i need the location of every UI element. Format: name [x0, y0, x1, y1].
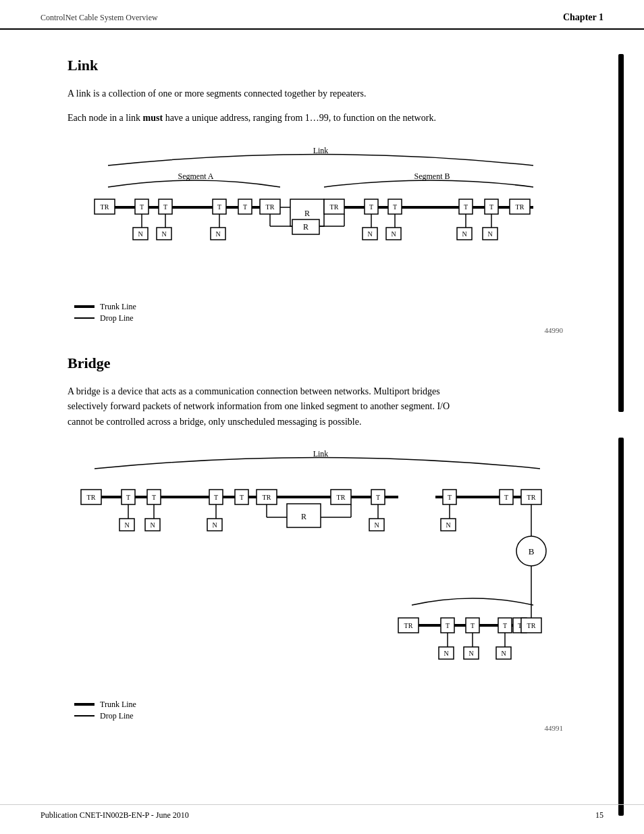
- svg-text:N: N: [367, 230, 372, 238]
- svg-text:T: T: [243, 203, 247, 211]
- svg-text:T: T: [376, 494, 380, 501]
- bridge-section: Bridge A bridge is a device that acts as…: [68, 355, 576, 732]
- svg-text:N: N: [446, 521, 450, 529]
- page-header: ControlNet Cable System Overview Chapter…: [0, 0, 644, 30]
- legend-drop: Drop Line: [74, 313, 576, 323]
- svg-text:T: T: [448, 494, 452, 501]
- svg-text:N: N: [444, 650, 448, 657]
- bridge-diagram-legend: Trunk Line Drop Line: [74, 700, 576, 721]
- bridge-fig-num: 44991: [68, 724, 576, 732]
- svg-text:N: N: [462, 230, 466, 238]
- right-margin-bar-2: [618, 438, 624, 816]
- trunk-line-icon: [74, 305, 95, 308]
- bridge-drop-line-label: Drop Line: [100, 711, 134, 721]
- link-fig-num: 44990: [68, 326, 576, 334]
- svg-text:R: R: [301, 512, 306, 521]
- svg-text:N: N: [138, 230, 142, 238]
- header-chapter: Chapter 1: [563, 12, 603, 23]
- svg-text:R: R: [304, 209, 310, 218]
- link-para2-before: Each node in a link: [68, 113, 143, 123]
- bridge-diagram: Link TR T N T: [68, 443, 576, 732]
- svg-text:N: N: [391, 230, 396, 238]
- svg-text:N: N: [124, 521, 129, 529]
- svg-text:T: T: [240, 494, 244, 501]
- svg-text:T: T: [471, 622, 475, 629]
- link-para2-bold: must: [143, 113, 163, 123]
- svg-text:T: T: [126, 494, 130, 501]
- svg-text:T: T: [393, 203, 397, 211]
- svg-text:TR: TR: [337, 494, 346, 501]
- svg-text:R: R: [303, 222, 308, 232]
- right-margin-bar-1: [618, 54, 624, 412]
- svg-text:T: T: [464, 203, 468, 211]
- svg-text:T: T: [503, 622, 507, 629]
- svg-text:TR: TR: [527, 494, 536, 501]
- svg-text:B: B: [529, 546, 535, 556]
- bridge-title: Bridge: [68, 355, 576, 372]
- svg-text:T: T: [504, 494, 508, 501]
- svg-text:TR: TR: [516, 203, 525, 211]
- svg-text:N: N: [501, 650, 506, 657]
- svg-text:TR: TR: [101, 203, 109, 211]
- link-para1: A link is a collection of one or more se…: [68, 86, 459, 101]
- link-diagram-legend: Trunk Line Drop Line: [74, 302, 576, 323]
- bridge-diagram-svg: Link TR T N T: [68, 443, 574, 693]
- bridge-legend-drop: Drop Line: [74, 711, 576, 721]
- link-section: Link A link is a collection of one or mo…: [68, 57, 576, 334]
- svg-text:T: T: [140, 203, 144, 211]
- footer-page-number: 15: [595, 810, 603, 820]
- bridge-drop-line-icon: [74, 715, 95, 716]
- link-diagram-svg: Link Segment A Segment B: [68, 140, 574, 295]
- drop-line-icon: [74, 317, 95, 319]
- svg-text:T: T: [163, 203, 167, 211]
- svg-text:T: T: [446, 622, 450, 629]
- svg-text:TR: TR: [263, 494, 271, 501]
- svg-text:TR: TR: [330, 203, 339, 211]
- page-footer: Publication CNET-IN002B-EN-P - June 2010…: [0, 804, 644, 820]
- header-section-title: ControlNet Cable System Overview: [41, 13, 158, 23]
- svg-text:TR: TR: [404, 622, 413, 629]
- svg-text:N: N: [468, 650, 473, 657]
- bridge-legend-trunk: Trunk Line: [74, 700, 576, 710]
- svg-text:Segment B: Segment B: [414, 172, 450, 181]
- legend-trunk: Trunk Line: [74, 302, 576, 312]
- svg-text:N: N: [374, 521, 379, 529]
- svg-text:T: T: [214, 494, 218, 501]
- svg-text:N: N: [215, 230, 220, 238]
- link-title: Link: [68, 57, 576, 74]
- svg-text:N: N: [487, 230, 492, 238]
- svg-text:T: T: [217, 203, 221, 211]
- bridge-trunk-line-label: Trunk Line: [100, 700, 136, 710]
- drop-line-label: Drop Line: [100, 313, 134, 323]
- page: ControlNet Cable System Overview Chapter…: [0, 0, 644, 834]
- svg-text:T: T: [369, 203, 373, 211]
- svg-text:T: T: [489, 203, 493, 211]
- bridge-para1: A bridge is a device that acts as a comm…: [68, 384, 459, 429]
- svg-text:T: T: [152, 494, 156, 501]
- svg-text:N: N: [161, 230, 166, 238]
- svg-text:TR: TR: [527, 622, 536, 629]
- svg-text:N: N: [150, 521, 155, 529]
- svg-text:TR: TR: [87, 494, 96, 501]
- trunk-line-label: Trunk Line: [100, 302, 136, 312]
- bridge-trunk-line-icon: [74, 703, 95, 706]
- svg-text:TR: TR: [266, 203, 275, 211]
- link-diagram: Link Segment A Segment B: [68, 140, 576, 334]
- link-para2-after: have a unique address, ranging from 1…99…: [163, 113, 436, 123]
- svg-text:Segment A: Segment A: [178, 172, 214, 181]
- svg-text:N: N: [212, 521, 217, 529]
- page-content: Link A link is a collection of one or mo…: [0, 30, 644, 759]
- link-para2: Each node in a link must have a unique a…: [68, 111, 459, 126]
- footer-publication: Publication CNET-IN002B-EN-P - June 2010: [41, 810, 189, 820]
